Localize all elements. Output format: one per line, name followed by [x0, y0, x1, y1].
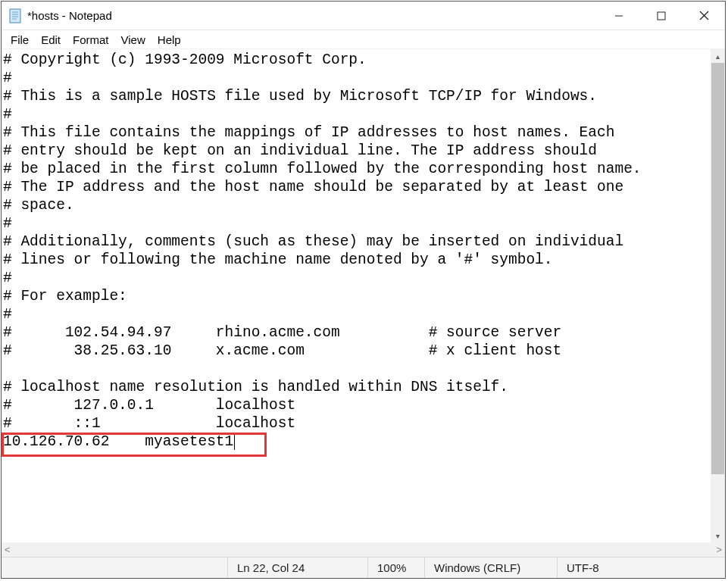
status-encoding: UTF-8: [557, 558, 725, 578]
status-line-ending: Windows (CRLF): [424, 558, 557, 578]
scroll-down-arrow-icon[interactable]: ▾: [711, 529, 725, 542]
text-line: # 102.54.94.97 rhino.acme.com # source s…: [3, 323, 709, 342]
text-line: #: [3, 269, 709, 287]
svg-rect-0: [10, 9, 20, 23]
text-line: # This is a sample HOSTS file used by Mi…: [3, 87, 709, 105]
status-zoom: 100%: [367, 558, 424, 578]
text-line: # This file contains the mappings of IP …: [3, 123, 709, 142]
status-position: Ln 22, Col 24: [227, 558, 367, 578]
text-line: # entry should be kept on an individual …: [3, 142, 709, 160]
text-line: # 38.25.63.10 x.acme.com # x client host: [3, 342, 709, 360]
maximize-button[interactable]: [640, 2, 683, 30]
scroll-left-arrow-icon[interactable]: <: [5, 544, 11, 555]
vertical-scrollbar[interactable]: ▴ ▾: [711, 49, 725, 542]
statusbar: Ln 22, Col 24 100% Windows (CRLF) UTF-8: [2, 557, 725, 578]
text-line: # The IP address and the host name shoul…: [3, 178, 709, 196]
titlebar: *hosts - Notepad: [2, 2, 725, 30]
text-line: #: [3, 305, 709, 323]
text-line: #: [3, 69, 709, 87]
editor-body: # Copyright (c) 1993-2009 Microsoft Corp…: [2, 49, 725, 542]
text-line: # Copyright (c) 1993-2009 Microsoft Corp…: [3, 51, 709, 69]
horizontal-scrollbar[interactable]: < >: [2, 542, 725, 557]
vertical-scroll-thumb[interactable]: [711, 63, 724, 474]
text-line: #: [3, 214, 709, 233]
menu-view[interactable]: View: [115, 32, 152, 48]
notepad-icon: [9, 8, 21, 23]
window: *hosts - Notepad File Edit Format View H…: [1, 1, 726, 579]
text-line: [3, 360, 709, 378]
text-line: # For example:: [3, 287, 709, 305]
minimize-button[interactable]: [598, 2, 640, 30]
menu-help[interactable]: Help: [152, 32, 187, 48]
text-line: # lines or following the machine name de…: [3, 251, 709, 269]
text-line: # Additionally, comments (such as these)…: [3, 233, 709, 251]
window-title: *hosts - Notepad: [27, 9, 598, 22]
close-button[interactable]: [683, 2, 725, 30]
scroll-right-arrow-icon[interactable]: >: [716, 544, 722, 555]
window-controls: [598, 2, 725, 30]
scroll-up-arrow-icon[interactable]: ▴: [711, 49, 725, 63]
text-caret: [234, 435, 235, 450]
menu-format[interactable]: Format: [67, 32, 115, 48]
text-line: # 127.0.0.1 localhost: [3, 396, 709, 414]
svg-rect-6: [658, 12, 665, 20]
text-line: # ::1 localhost: [3, 414, 709, 433]
menubar: File Edit Format View Help: [2, 30, 725, 49]
text-line: # be placed in the first column followed…: [3, 160, 709, 178]
text-editor[interactable]: # Copyright (c) 1993-2009 Microsoft Corp…: [2, 49, 711, 542]
text-line: 10.126.70.62 myasetest1: [3, 433, 709, 451]
editor-wrap: # Copyright (c) 1993-2009 Microsoft Corp…: [2, 49, 725, 557]
menu-edit[interactable]: Edit: [35, 32, 67, 48]
text-line: # localhost name resolution is handled w…: [3, 378, 709, 396]
text-line: #: [3, 105, 709, 123]
status-empty: [2, 558, 227, 578]
text-line: # space.: [3, 196, 709, 214]
menu-file[interactable]: File: [5, 32, 35, 48]
